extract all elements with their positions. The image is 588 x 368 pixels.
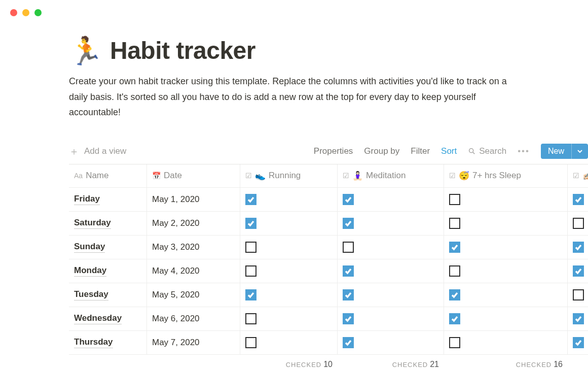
- col-header-date[interactable]: 📅Date: [147, 164, 240, 188]
- col-header-meditation[interactable]: ☑🧘🏻‍♀️Meditation: [338, 164, 444, 188]
- habit-table: AaName 📅Date ☑👟Running ☑🧘🏻‍♀️Meditation …: [69, 164, 588, 355]
- sleep-checkbox[interactable]: [449, 218, 460, 229]
- running-checkbox[interactable]: [245, 242, 256, 253]
- write-cell[interactable]: [568, 283, 588, 307]
- row-date[interactable]: May 3, 2020: [147, 236, 240, 259]
- maximize-window-dot[interactable]: [34, 9, 42, 16]
- running-checkbox[interactable]: [245, 337, 256, 348]
- write-cell[interactable]: [568, 259, 588, 283]
- row-date[interactable]: May 1, 2020: [147, 188, 240, 212]
- group-by-button[interactable]: Group by: [364, 146, 399, 156]
- row-name[interactable]: Friday: [69, 188, 147, 212]
- running-cell[interactable]: [240, 188, 338, 212]
- page-emoji[interactable]: 🏃: [69, 37, 103, 64]
- meditation-checkbox[interactable]: [343, 242, 354, 253]
- sleep-checkbox[interactable]: [449, 242, 460, 253]
- sleep-checkbox[interactable]: [449, 194, 460, 205]
- write-checkbox[interactable]: [573, 218, 584, 229]
- new-button[interactable]: New: [541, 144, 571, 159]
- write-checkbox[interactable]: [573, 289, 584, 300]
- search-label: Search: [479, 146, 506, 156]
- footer-running-count[interactable]: CHECKED10: [240, 355, 338, 368]
- running-checkbox[interactable]: [245, 265, 256, 277]
- running-checkbox[interactable]: [245, 313, 256, 324]
- running-cell[interactable]: [240, 331, 338, 355]
- meditation-cell[interactable]: [338, 236, 444, 259]
- close-window-dot[interactable]: [10, 9, 17, 16]
- sleep-cell[interactable]: [444, 307, 568, 331]
- row-name[interactable]: Sunday: [69, 236, 147, 259]
- meditation-cell[interactable]: [338, 307, 444, 331]
- running-checkbox[interactable]: [245, 289, 256, 300]
- running-cell[interactable]: [240, 259, 338, 283]
- running-cell[interactable]: [240, 283, 338, 307]
- footer-meditation-count[interactable]: CHECKED21: [338, 355, 444, 368]
- running-cell[interactable]: [240, 236, 338, 259]
- row-date[interactable]: May 6, 2020: [147, 307, 240, 331]
- sleep-cell[interactable]: [444, 212, 568, 236]
- add-view-button[interactable]: ＋ Add a view: [69, 146, 126, 156]
- write-cell[interactable]: [568, 212, 588, 236]
- new-button-group: New: [541, 144, 588, 159]
- search-icon: [468, 147, 476, 155]
- search-button[interactable]: Search: [468, 146, 506, 156]
- table-footer: CHECKED10 CHECKED21 CHECKED16: [69, 355, 588, 368]
- meditation-checkbox[interactable]: [343, 194, 354, 205]
- row-date[interactable]: May 4, 2020: [147, 259, 240, 283]
- col-header-write[interactable]: ☑✍🏻: [568, 164, 588, 188]
- col-header-sleep[interactable]: ☑😴7+ hrs Sleep: [444, 164, 568, 188]
- row-date[interactable]: May 5, 2020: [147, 283, 240, 307]
- sleep-cell[interactable]: [444, 331, 568, 355]
- write-checkbox[interactable]: [573, 194, 584, 205]
- sort-button[interactable]: Sort: [441, 146, 457, 156]
- sleep-checkbox[interactable]: [449, 265, 460, 277]
- checkbox-property-icon: ☑: [449, 172, 456, 180]
- write-checkbox[interactable]: [573, 313, 584, 324]
- row-name[interactable]: Saturday: [69, 212, 147, 236]
- write-checkbox[interactable]: [573, 337, 584, 348]
- properties-button[interactable]: Properties: [314, 146, 353, 156]
- page-description[interactable]: Create your own habit tracker using this…: [69, 74, 525, 120]
- sleep-cell[interactable]: [444, 236, 568, 259]
- meditation-cell[interactable]: [338, 283, 444, 307]
- meditation-checkbox[interactable]: [343, 289, 354, 300]
- filter-button[interactable]: Filter: [411, 146, 430, 156]
- sleep-cell[interactable]: [444, 188, 568, 212]
- meditation-checkbox[interactable]: [343, 313, 354, 324]
- col-header-running[interactable]: ☑👟Running: [240, 164, 338, 188]
- write-cell[interactable]: [568, 331, 588, 355]
- sleep-cell[interactable]: [444, 259, 568, 283]
- row-date[interactable]: May 7, 2020: [147, 331, 240, 355]
- row-name[interactable]: Wednesday: [69, 307, 147, 331]
- running-cell[interactable]: [240, 307, 338, 331]
- sleep-checkbox[interactable]: [449, 337, 460, 348]
- running-checkbox[interactable]: [245, 218, 256, 229]
- write-checkbox[interactable]: [573, 265, 584, 277]
- write-cell[interactable]: [568, 188, 588, 212]
- sleep-checkbox[interactable]: [449, 313, 460, 324]
- minimize-window-dot[interactable]: [22, 9, 29, 16]
- write-cell[interactable]: [568, 307, 588, 331]
- meditation-cell[interactable]: [338, 331, 444, 355]
- sleep-checkbox[interactable]: [449, 289, 460, 300]
- meditation-checkbox[interactable]: [343, 265, 354, 277]
- page-title[interactable]: Habit tracker: [110, 37, 255, 64]
- write-cell[interactable]: [568, 236, 588, 259]
- row-name[interactable]: Tuesday: [69, 283, 147, 307]
- col-header-name[interactable]: AaName: [69, 164, 147, 188]
- new-dropdown-button[interactable]: [571, 144, 588, 159]
- meditation-checkbox[interactable]: [343, 337, 354, 348]
- running-cell[interactable]: [240, 212, 338, 236]
- row-name[interactable]: Thursday: [69, 331, 147, 355]
- row-name[interactable]: Monday: [69, 259, 147, 283]
- meditation-checkbox[interactable]: [343, 218, 354, 229]
- footer-sleep-count[interactable]: CHECKED16: [444, 355, 568, 368]
- meditation-cell[interactable]: [338, 188, 444, 212]
- meditation-cell[interactable]: [338, 259, 444, 283]
- sleep-cell[interactable]: [444, 283, 568, 307]
- more-menu-button[interactable]: •••: [518, 146, 530, 156]
- meditation-cell[interactable]: [338, 212, 444, 236]
- row-date[interactable]: May 2, 2020: [147, 212, 240, 236]
- running-checkbox[interactable]: [245, 194, 256, 205]
- write-checkbox[interactable]: [573, 242, 584, 253]
